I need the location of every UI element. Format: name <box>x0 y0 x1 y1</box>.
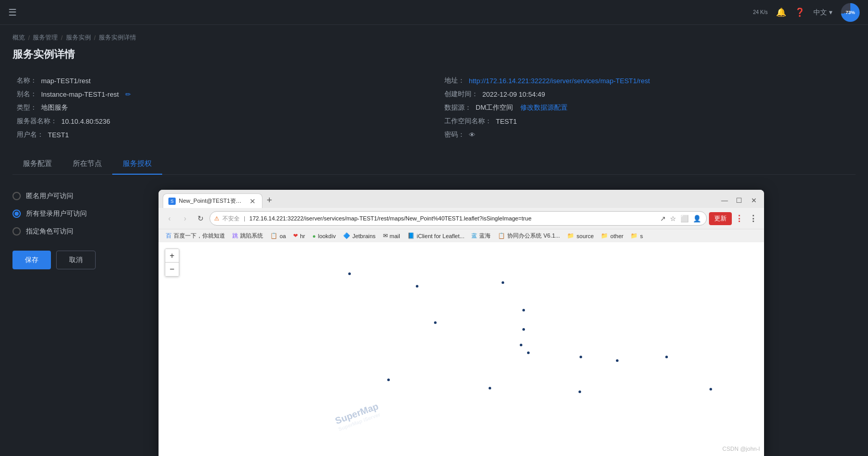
splitscreen-icon[interactable]: ⬜ <box>679 214 690 224</box>
bookmark-xietong[interactable]: 📋 协同办公系统 V6.1... <box>495 231 563 241</box>
bookmark-tiaohan[interactable]: 跳 跳陷系统 <box>229 231 266 241</box>
user-avatar[interactable]: 73% <box>841 3 860 22</box>
info-workspace: 工作空间名称： TEST1 <box>444 114 851 128</box>
radio-circle-logged <box>12 210 21 218</box>
profile-icon[interactable]: 👤 <box>692 214 702 224</box>
bookmark-source[interactable]: 📁 source <box>564 231 597 240</box>
map-dot-11 <box>387 379 390 381</box>
bookmark-s[interactable]: 📁 s <box>627 231 646 240</box>
info-name: 名称： map-TEST1/rest <box>17 74 424 87</box>
bookmark-lanhai[interactable]: 蓝 蓝海 <box>468 231 494 241</box>
service-url-link[interactable]: http://172.16.14.221:32222/iserver/servi… <box>469 77 650 85</box>
bookmark-other[interactable]: 📁 other <box>598 231 626 240</box>
address-bar-icons: ↗ ☆ ⬜ 👤 <box>659 214 702 224</box>
minimize-button[interactable]: — <box>718 194 731 207</box>
edit-alias-icon[interactable]: ✏ <box>125 90 131 98</box>
info-created: 创建时间： 2022-12-09 10:54:49 <box>444 87 851 101</box>
map-dot-3 <box>502 281 504 284</box>
bookmark-baidu[interactable]: 百 百度一下，你就知道 <box>163 231 228 241</box>
browser-tabs: S New_Point@TEST1资源leaflet ✕ + <box>163 193 277 208</box>
bookmark-oa[interactable]: 📋 oa <box>267 231 289 240</box>
radio-circle-anonymous <box>12 192 21 200</box>
url-text: 172.16.14.221:32222/iserver/services/map… <box>249 215 656 222</box>
map-dot-5 <box>434 321 437 324</box>
info-password: 密码： 👁 <box>444 128 851 141</box>
bookmark-hr[interactable]: ❤ hr <box>290 231 308 240</box>
maximize-button[interactable]: ☐ <box>733 194 745 207</box>
chevron-down-icon: ▾ <box>829 8 833 16</box>
speed-badge: 24 K/s <box>753 9 768 16</box>
cancel-button[interactable]: 取消 <box>56 251 96 269</box>
browser-window: S New_Point@TEST1资源leaflet ✕ + — ☐ ✕ ‹ ›… <box>159 190 764 456</box>
top-navigation: ☰ 24 K/s 🔔 ❓ 中文 ▾ 73% <box>0 0 868 25</box>
save-button[interactable]: 保存 <box>12 251 51 269</box>
browser-toolbar: ‹ › ↻ ⚠ 不安全 | 172.16.14.221:32222/iserve… <box>159 208 764 229</box>
map-area: + − SuperMap SuperMap iServer CSDN @john… <box>159 242 764 456</box>
breadcrumb-service-instance[interactable]: 服务实例 <box>66 33 91 42</box>
radio-circle-role <box>12 227 21 236</box>
refresh-button[interactable]: ↻ <box>194 212 207 225</box>
browser-more-button[interactable]: ⋮ <box>746 212 760 225</box>
supermap-watermark: SuperMap SuperMap iServer <box>334 401 382 432</box>
tab-favicon: S <box>168 198 176 205</box>
show-password-icon[interactable]: 👁 <box>469 131 476 139</box>
map-dot-8 <box>580 356 582 358</box>
map-dot-7 <box>527 351 530 354</box>
map-dot-15 <box>522 328 525 331</box>
info-left: 名称： map-TEST1/rest 别名： Instance-map-TEST… <box>17 74 424 141</box>
new-tab-button[interactable]: + <box>262 193 277 208</box>
update-button[interactable]: 更新 <box>709 212 732 225</box>
info-right: 地址： http://172.16.14.221:32222/iserver/s… <box>444 74 851 141</box>
nav-right: 24 K/s 🔔 ❓ 中文 ▾ 73% <box>753 3 860 22</box>
tab-close-icon[interactable]: ✕ <box>249 198 256 205</box>
security-warning-icon: ⚠ <box>214 215 219 222</box>
back-button[interactable]: ‹ <box>163 212 176 225</box>
update-more-icon[interactable]: ⋮ <box>734 214 744 224</box>
map-dot-6 <box>520 344 522 346</box>
close-button[interactable]: ✕ <box>747 194 760 207</box>
bookmark-star-icon[interactable]: ☆ <box>669 214 677 224</box>
info-datasource: 数据源： DM工作空间 修改数据源配置 <box>444 101 851 114</box>
page-title: 服务实例详情 <box>12 47 856 61</box>
browser-title-bar: S New_Point@TEST1资源leaflet ✕ + — ☐ ✕ <box>159 190 764 208</box>
bookmarks-bar: 百 百度一下，你就知道 跳 跳陷系统 📋 oa ❤ hr ● lookdiv 🔷… <box>159 229 764 242</box>
window-controls: — ☐ ✕ <box>718 194 760 207</box>
tab-auth[interactable]: 服务授权 <box>112 154 162 175</box>
info-server: 服务器名称： 10.10.4.80:5236 <box>17 114 424 128</box>
nav-left: ☰ <box>8 7 17 18</box>
info-section: 名称： map-TEST1/rest 别名： Instance-map-TEST… <box>12 74 856 141</box>
bell-icon[interactable]: 🔔 <box>776 7 786 17</box>
info-type: 类型： 地图服务 <box>17 101 424 114</box>
browser-tab-title: New_Point@TEST1资源leaflet <box>179 197 246 205</box>
info-alias: 别名： Instance-map-TEST1-rest ✏ <box>17 87 424 101</box>
tab-nodes[interactable]: 所在节点 <box>62 154 112 175</box>
map-dot-1 <box>348 272 351 275</box>
map-dot-13 <box>578 390 581 393</box>
map-dot-4 <box>522 309 525 311</box>
bookmark-jetbrains[interactable]: 🔷 Jetbrains <box>340 231 379 240</box>
menu-icon[interactable]: ☰ <box>8 7 17 18</box>
zoom-out-button[interactable]: − <box>165 263 179 276</box>
modify-datasource-link[interactable]: 修改数据源配置 <box>520 103 568 112</box>
map-dot-14 <box>709 388 712 390</box>
breadcrumb-current: 服务实例详情 <box>99 33 136 42</box>
help-icon[interactable]: ❓ <box>795 7 805 17</box>
map-dot-9 <box>616 359 619 362</box>
share-icon[interactable]: ↗ <box>659 214 667 224</box>
map-dot-12 <box>489 387 491 389</box>
info-username: 用户名： TEST1 <box>17 128 424 141</box>
bookmark-mail[interactable]: ✉ mail <box>380 231 403 240</box>
map-dot-10 <box>665 356 668 358</box>
map-dot-2 <box>416 285 418 288</box>
breadcrumb-service-mgmt[interactable]: 服务管理 <box>33 33 58 42</box>
bookmark-iclient[interactable]: 📘 iClient for Leaflet... <box>404 231 468 240</box>
address-bar[interactable]: ⚠ 不安全 | 172.16.14.221:32222/iserver/serv… <box>209 211 707 226</box>
bookmark-lookdiv[interactable]: ● lookdiv <box>309 232 339 240</box>
language-selector[interactable]: 中文 ▾ <box>813 8 833 17</box>
breadcrumb-overview[interactable]: 概览 <box>12 33 25 42</box>
map-controls: + − <box>165 249 179 277</box>
browser-tab-active[interactable]: S New_Point@TEST1资源leaflet ✕ <box>163 193 262 208</box>
zoom-in-button[interactable]: + <box>165 249 179 263</box>
forward-button[interactable]: › <box>178 212 192 225</box>
tab-service-config[interactable]: 服务配置 <box>12 154 62 175</box>
